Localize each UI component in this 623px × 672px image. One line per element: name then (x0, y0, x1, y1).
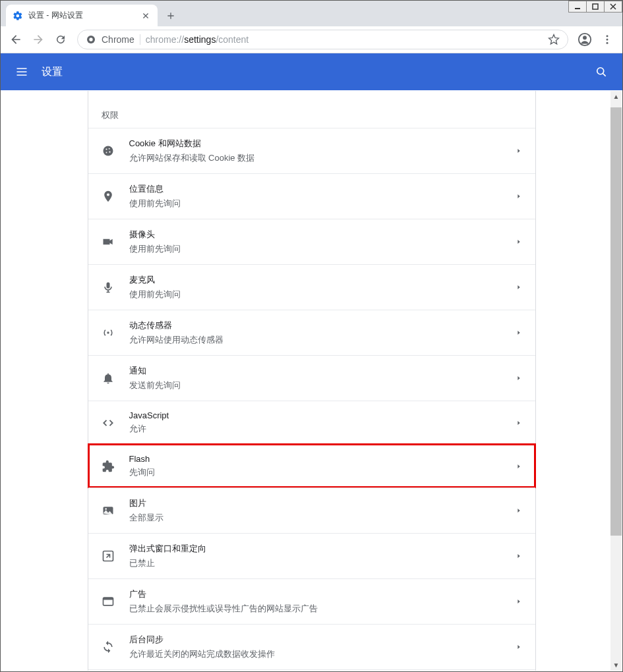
tab-strip: 设置 - 网站设置 (1, 1, 622, 26)
search-icon[interactable] (593, 64, 609, 80)
setting-row-motion[interactable]: 动态传感器允许网站使用动态传感器 (88, 310, 535, 355)
tab-title: 设置 - 网站设置 (28, 10, 140, 21)
row-text: 通知发送前先询问 (129, 365, 516, 391)
close-tab-icon[interactable] (140, 11, 151, 21)
svg-point-8 (607, 42, 608, 44)
row-subtitle: 允许 (129, 423, 516, 435)
svg-point-7 (607, 39, 608, 41)
browser-toolbar: Chrome chrome://settings/content (1, 26, 622, 53)
row-text: 位置信息使用前先询问 (129, 183, 516, 210)
hamburger-menu-icon[interactable] (14, 64, 30, 80)
back-button[interactable] (6, 30, 26, 49)
row-title: 广告 (129, 588, 516, 600)
svg-rect-1 (593, 4, 598, 9)
svg-point-3 (89, 38, 92, 41)
code-icon (102, 416, 115, 430)
chevron-right-icon (516, 507, 522, 514)
setting-row-camera[interactable]: 摄像头使用前先询问 (88, 219, 535, 264)
setting-row-sound[interactable]: 声音 (88, 669, 535, 671)
setting-row-location[interactable]: 位置信息使用前先询问 (88, 173, 535, 219)
setting-row-popup[interactable]: 弹出式窗口和重定向已禁止 (88, 533, 535, 578)
row-text: 摄像头使用前先询问 (129, 229, 516, 255)
minimize-button[interactable] (568, 1, 587, 13)
close-window-button[interactable] (604, 1, 622, 13)
svg-point-5 (583, 36, 587, 40)
svg-rect-21 (103, 598, 113, 600)
browser-window: 设置 - 网站设置 Chrome chrome://settings/con (0, 0, 623, 672)
chevron-right-icon (516, 553, 522, 559)
scrollbar-thumb[interactable] (610, 107, 622, 536)
settings-header: 设置 (1, 53, 622, 90)
row-title: 动态传感器 (129, 320, 516, 331)
location-icon (102, 190, 115, 203)
browser-tab[interactable]: 设置 - 网站设置 (6, 5, 158, 26)
popup-icon (102, 549, 115, 563)
row-text: Flash先询问 (129, 454, 516, 478)
omnibox-chip: Chrome (102, 34, 134, 45)
chevron-right-icon (516, 284, 522, 291)
overflow-menu-button[interactable] (597, 30, 617, 49)
row-text: Cookie 和网站数据允许网站保存和读取 Cookie 数据 (129, 138, 516, 164)
setting-row-image[interactable]: 图片全部显示 (88, 488, 535, 533)
svg-point-12 (108, 148, 109, 150)
row-subtitle: 发送前先询问 (129, 379, 516, 391)
ads-icon (102, 595, 115, 608)
chevron-right-icon (516, 463, 522, 470)
scroll-area: 权限 Cookie 和网站数据允许网站保存和读取 Cookie 数据位置信息使用… (1, 91, 622, 671)
chevron-right-icon (516, 148, 522, 154)
reload-button[interactable] (51, 30, 71, 49)
chevron-right-icon (516, 420, 522, 426)
setting-row-mic[interactable]: 麦克风使用前先询问 (88, 264, 535, 310)
forward-button[interactable] (28, 30, 48, 49)
svg-point-11 (105, 148, 107, 150)
scroll-up-arrow[interactable]: ▲ (610, 91, 622, 102)
svg-point-9 (597, 68, 604, 74)
camera-icon (102, 235, 115, 248)
row-subtitle: 全部显示 (129, 512, 516, 524)
image-icon (102, 504, 115, 517)
setting-row-cookie[interactable]: Cookie 和网站数据允许网站保存和读取 Cookie 数据 (88, 128, 535, 173)
setting-row-code[interactable]: JavaScript允许 (88, 401, 535, 444)
motion-icon (102, 326, 115, 339)
row-title: 后台同步 (129, 634, 516, 646)
row-title: Flash (129, 454, 516, 464)
row-subtitle: 允许网站使用动态传感器 (129, 334, 516, 346)
svg-point-13 (109, 152, 110, 153)
maximize-button[interactable] (586, 1, 605, 13)
bookmark-star-icon[interactable] (548, 34, 560, 45)
svg-point-6 (607, 35, 608, 37)
row-text: 广告已禁止会展示侵扰性或误导性广告的网站显示广告 (129, 588, 516, 615)
row-subtitle: 先询问 (129, 466, 516, 478)
setting-row-ads[interactable]: 广告已禁止会展示侵扰性或误导性广告的网站显示广告 (88, 578, 535, 624)
bell-icon (102, 372, 115, 385)
chevron-right-icon (516, 238, 522, 245)
svg-point-10 (103, 146, 113, 156)
scroll-down-arrow[interactable]: ▼ (610, 659, 622, 671)
setting-row-sync[interactable]: 后台同步允许最近关闭的网站完成数据收发操作 (88, 624, 535, 669)
mic-icon (102, 281, 115, 294)
row-subtitle: 已禁止会展示侵扰性或误导性广告的网站显示广告 (129, 603, 516, 615)
row-text: 后台同步允许最近关闭的网站完成数据收发操作 (129, 634, 516, 660)
row-title: 摄像头 (129, 229, 516, 240)
setting-row-plugin[interactable]: Flash先询问 (88, 444, 535, 488)
profile-button[interactable] (575, 30, 595, 49)
row-text: 动态传感器允许网站使用动态传感器 (129, 320, 516, 346)
row-subtitle: 允许最近关闭的网站完成数据收发操作 (129, 648, 516, 660)
omnibox-url: chrome://settings/content (146, 34, 249, 45)
svg-point-14 (105, 152, 107, 154)
svg-rect-0 (575, 8, 580, 9)
cookie-icon (102, 144, 115, 157)
chevron-right-icon (516, 598, 522, 605)
address-bar[interactable]: Chrome chrome://settings/content (77, 30, 568, 49)
row-subtitle: 已禁止 (129, 557, 516, 569)
svg-point-18 (105, 508, 107, 510)
setting-row-bell[interactable]: 通知发送前先询问 (88, 355, 535, 401)
row-title: Cookie 和网站数据 (129, 138, 516, 150)
row-subtitle: 使用前先询问 (129, 289, 516, 300)
row-subtitle: 使用前先询问 (129, 198, 516, 210)
new-tab-button[interactable] (162, 7, 180, 25)
row-text: JavaScript允许 (129, 410, 516, 435)
row-text: 麦克风使用前先询问 (129, 274, 516, 300)
gear-icon (13, 11, 23, 21)
row-title: 麦克风 (129, 274, 516, 286)
